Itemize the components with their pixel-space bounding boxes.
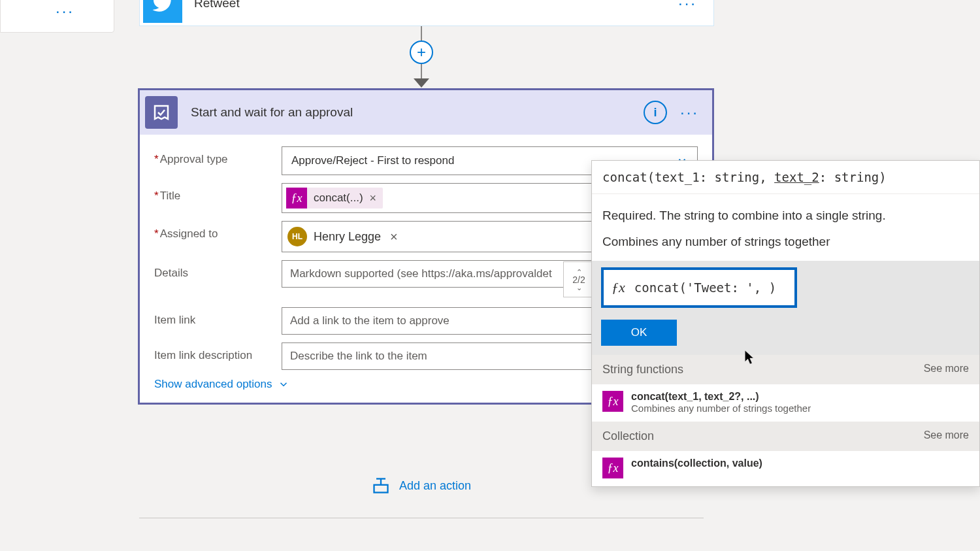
more-icon[interactable]: ··· — [678, 0, 697, 12]
function-item-concat[interactable]: ƒx concat(text_1, text_2?, ...) Combines… — [592, 384, 979, 422]
expression-text[interactable]: concat('Tweet: ', ) — [634, 280, 788, 295]
token-navigator[interactable]: ⌃ 2/2 ⌄ — [563, 261, 595, 297]
separator — [139, 518, 704, 518]
approval-icon — [145, 96, 178, 129]
more-icon[interactable]: ··· — [680, 103, 699, 122]
fx-token-concat[interactable]: ƒx concat(...) × — [286, 188, 383, 209]
chevron-down-icon — [278, 378, 289, 390]
arrow-down-icon — [414, 78, 429, 88]
label-approval-type: *Approval type — [154, 146, 282, 166]
svg-rect-0 — [374, 485, 387, 493]
more-icon[interactable]: ··· — [56, 2, 74, 20]
label-title: *Title — [154, 183, 282, 203]
nav-down-icon[interactable]: ⌄ — [576, 285, 582, 290]
avatar: HL — [287, 227, 307, 246]
ok-button[interactable]: OK — [601, 320, 677, 346]
flow-connector: + — [127, 26, 715, 88]
expression-signature: concat(text_1: string, text_2: string) — [592, 161, 979, 194]
expression-editor-popup: concat(text_1: string, text_2: string) R… — [591, 160, 980, 487]
cursor-icon — [745, 350, 757, 365]
function-item-contains[interactable]: ƒx contains(collection, value) — [592, 451, 979, 486]
twitter-icon — [143, 0, 182, 23]
fx-icon: ƒx — [602, 391, 623, 412]
category-collection[interactable]: CollectionSee more — [592, 422, 979, 451]
approval-header[interactable]: Start and wait for an approval i ··· — [140, 90, 712, 135]
left-connector-card: ··· — [0, 0, 114, 33]
label-assigned-to: *Assigned to — [154, 221, 282, 241]
expression-input[interactable]: ƒx concat('Tweet: ', ) — [601, 267, 797, 308]
approval-title: Start and wait for an approval — [191, 105, 644, 120]
function-desc: Combines any number of strings together — [631, 403, 811, 414]
nav-up-icon[interactable]: ⌃ — [576, 269, 582, 275]
function-name: concat(text_1, text_2?, ...) — [631, 391, 811, 403]
retweet-action-card[interactable]: Retweet ··· — [139, 0, 714, 26]
info-icon[interactable]: i — [644, 101, 667, 124]
fx-icon: ƒx — [602, 458, 623, 478]
expression-param-desc: Required. The string to combine into a s… — [592, 194, 979, 229]
function-name: contains(collection, value) — [631, 458, 762, 469]
label-item-link: Item link — [154, 307, 282, 327]
see-more-link[interactable]: See more — [924, 429, 969, 443]
expression-func-desc: Combines any number of strings together — [592, 229, 979, 261]
assigned-name: Henry Legge — [314, 230, 381, 244]
fx-icon: ƒx — [286, 188, 307, 209]
label-item-link-desc: Item link description — [154, 342, 282, 362]
retweet-title: Retweet — [194, 0, 678, 10]
fx-token-label: concat(...) — [314, 192, 363, 205]
remove-token-button[interactable]: × — [370, 192, 377, 205]
add-step-button[interactable]: + — [410, 41, 433, 64]
label-details: Details — [154, 260, 282, 280]
approval-type-value: Approve/Reject - First to respond — [291, 154, 454, 167]
see-more-link[interactable]: See more — [924, 363, 969, 376]
category-string-functions[interactable]: String functionsSee more — [592, 355, 979, 384]
fx-icon: ƒx — [612, 279, 625, 296]
remove-person-button[interactable]: × — [390, 229, 398, 244]
